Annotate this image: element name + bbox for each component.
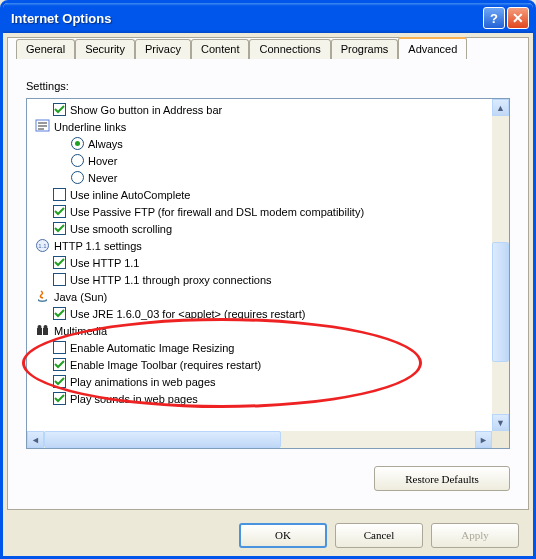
settings-label: Settings: [26, 80, 69, 92]
svg-text:1.1: 1.1 [38, 243, 47, 249]
tree-label: Never [88, 172, 117, 184]
vertical-scrollbar[interactable]: ▲ ▼ [492, 99, 509, 431]
title-bar: Internet Options ? ✕ [3, 3, 533, 33]
tab-programs[interactable]: Programs [331, 39, 399, 59]
scroll-corner [492, 431, 509, 448]
tree-row[interactable]: Use HTTP 1.1 [31, 254, 492, 271]
tree-label: Play sounds in web pages [70, 393, 198, 405]
tree-label: Multimedia [54, 325, 107, 337]
tree-viewport: Show Go button in Address barUnderline l… [27, 99, 492, 431]
checkbox[interactable] [53, 188, 66, 201]
checkbox[interactable] [53, 222, 66, 235]
tree-label: Use inline AutoComplete [70, 189, 190, 201]
restore-defaults-button[interactable]: Restore Defaults [374, 466, 510, 491]
tree-label: Underline links [54, 121, 126, 133]
cancel-button[interactable]: Cancel [335, 523, 423, 548]
tree-row[interactable]: Play animations in web pages [31, 373, 492, 390]
tree-row[interactable]: Enable Image Toolbar (requires restart) [31, 356, 492, 373]
mm-icon [35, 323, 50, 338]
tab-content[interactable]: Content [191, 39, 250, 59]
checkbox[interactable] [53, 341, 66, 354]
close-button[interactable]: ✕ [507, 7, 529, 29]
tree-row: Java (Sun) [31, 288, 492, 305]
tab-security[interactable]: Security [75, 39, 135, 59]
scroll-thumb[interactable] [492, 242, 509, 362]
scroll-right-button[interactable]: ► [475, 431, 492, 448]
ok-button[interactable]: OK [239, 523, 327, 548]
tree-row: Underline links [31, 118, 492, 135]
checkbox[interactable] [53, 273, 66, 286]
tree-row[interactable]: Show Go button in Address bar [31, 101, 492, 118]
svg-rect-7 [43, 328, 48, 335]
radio[interactable] [71, 154, 84, 167]
dialog-body: GeneralSecurityPrivacyContentConnections… [7, 37, 529, 510]
java-icon [35, 289, 50, 304]
checkbox[interactable] [53, 256, 66, 269]
tree-label: Use HTTP 1.1 [70, 257, 140, 269]
tree-row[interactable]: Use HTTP 1.1 through proxy connections [31, 271, 492, 288]
tree-row[interactable]: Never [31, 169, 492, 186]
tab-connections[interactable]: Connections [249, 39, 330, 59]
tree-row[interactable]: Use smooth scrolling [31, 220, 492, 237]
tree-label: Always [88, 138, 123, 150]
tree-row[interactable]: Play sounds in web pages [31, 390, 492, 407]
tab-bar: GeneralSecurityPrivacyContentConnections… [16, 37, 520, 59]
checkbox[interactable] [53, 205, 66, 218]
radio[interactable] [71, 171, 84, 184]
tree-label: Java (Sun) [54, 291, 107, 303]
window-title: Internet Options [11, 11, 481, 26]
tree-row: Multimedia [31, 322, 492, 339]
help-button[interactable]: ? [483, 7, 505, 29]
tab-general[interactable]: General [16, 39, 75, 59]
checkbox[interactable] [53, 375, 66, 388]
checkbox[interactable] [53, 103, 66, 116]
checkbox[interactable] [53, 307, 66, 320]
tree-label: Show Go button in Address bar [70, 104, 222, 116]
tree-row[interactable]: Hover [31, 152, 492, 169]
scroll-down-button[interactable]: ▼ [492, 414, 509, 431]
tree-label: Hover [88, 155, 117, 167]
http-icon: 1.1 [35, 238, 50, 253]
tab-privacy[interactable]: Privacy [135, 39, 191, 59]
tree-label: Play animations in web pages [70, 376, 216, 388]
tree-label: Use JRE 1.6.0_03 for <applet> (requires … [70, 308, 305, 320]
tree-label: Enable Automatic Image Resizing [70, 342, 234, 354]
svg-rect-6 [37, 328, 42, 335]
tree-row[interactable]: Enable Automatic Image Resizing [31, 339, 492, 356]
dialog-footer: OK Cancel Apply [3, 514, 533, 556]
tree-row[interactable]: Use JRE 1.6.0_03 for <applet> (requires … [31, 305, 492, 322]
radio[interactable] [71, 137, 84, 150]
checkbox[interactable] [53, 392, 66, 405]
tree-row[interactable]: Use Passive FTP (for firewall and DSL mo… [31, 203, 492, 220]
tree-label: Enable Image Toolbar (requires restart) [70, 359, 261, 371]
svg-point-9 [44, 325, 48, 329]
checkbox[interactable] [53, 358, 66, 371]
tree-label: Use Passive FTP (for firewall and DSL mo… [70, 206, 364, 218]
tree-label: Use smooth scrolling [70, 223, 172, 235]
scroll-up-button[interactable]: ▲ [492, 99, 509, 116]
tree-label: HTTP 1.1 settings [54, 240, 142, 252]
apply-button[interactable]: Apply [431, 523, 519, 548]
tree-label: Use HTTP 1.1 through proxy connections [70, 274, 272, 286]
tree-row[interactable]: Use inline AutoComplete [31, 186, 492, 203]
underline-icon [35, 119, 50, 134]
settings-tree: Show Go button in Address barUnderline l… [26, 98, 510, 449]
horizontal-scrollbar[interactable]: ◄ ► [27, 431, 492, 448]
scroll-left-button[interactable]: ◄ [27, 431, 44, 448]
svg-point-8 [38, 325, 42, 329]
tree-row: 1.1HTTP 1.1 settings [31, 237, 492, 254]
tree-row[interactable]: Always [31, 135, 492, 152]
tab-advanced[interactable]: Advanced [398, 37, 467, 59]
hscroll-thumb[interactable] [44, 431, 281, 448]
